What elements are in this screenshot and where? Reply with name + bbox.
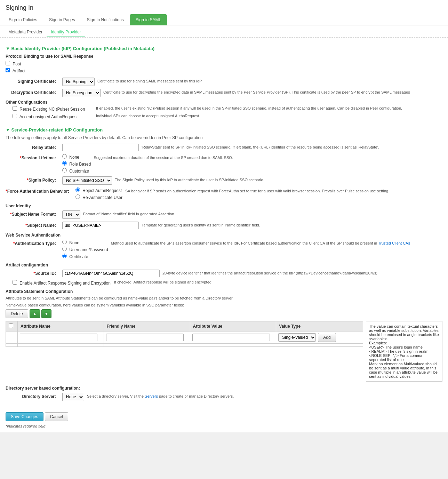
servers-link[interactable]: Servers [145,394,158,398]
move-down-button[interactable]: ▼ [41,309,52,318]
signing-cert-hint: Certificate to use for signing SAML mess… [97,78,442,83]
attr-name-input[interactable] [20,334,97,341]
session-lifetime-hint: Suggested maximum duration of the sessio… [94,154,442,160]
web-service-auth-title: Web Service Authentication [6,233,442,238]
force-auth-reauth-radio[interactable] [75,194,80,199]
relay-state-hint: 'RelayState' sent to SP in IdP-initiated… [142,144,442,149]
tab-identity-provider[interactable]: Identity Provider [47,27,85,37]
reuse-nc-hint: If enabled, the user's existing NC (Puls… [96,106,442,110]
attr-table-right-hint: The value can contain textual characters… [366,321,442,382]
signin-policy-select[interactable]: No SP-initiated SSO [62,176,112,185]
force-auth-reauth-label: Re-Authenticate User [82,195,122,200]
required-note: *indicates required field [6,424,442,428]
protocol-post-label: Post [13,62,21,66]
auth-type-cert-radio[interactable] [62,254,67,258]
directory-server-section: Directory server based configuration: Di… [6,386,442,401]
sub-tab-bar: Metadata Provider Identity Provider [0,25,448,38]
tab-signin-saml[interactable]: Sign-in SAML [130,14,167,25]
signin-policy-row: SignIn Policy: No SP-initiated SSO The S… [6,176,442,185]
trusted-client-cas-link[interactable]: Trusted Client CAs [378,241,410,245]
attr-col-friendly: Friendly Name [104,321,190,332]
tab-signin-pages[interactable]: Sign-in Pages [43,14,81,25]
attr-value-type-select[interactable]: Single-Valued Multi-Valued [278,333,316,342]
other-configs-title: Other Configurations [6,100,442,105]
source-id-label: Source ID: [6,270,59,276]
auth-type-cert-label: Certificate [69,254,88,259]
signing-cert-select[interactable]: No Signing [62,78,95,86]
session-none-radio[interactable] [62,154,67,159]
signing-cert-field: No Signing [62,78,95,86]
attr-row-name-cell [18,332,104,344]
tab-signin-policies[interactable]: Sign-in Policies [3,14,43,25]
subject-name-input[interactable]: uid=<USERNAME> [62,222,139,229]
accept-unsigned-hint: Individual SPs can choose to accept unsi… [96,114,442,118]
sp-section-header[interactable]: Service-Provider-related IdP Configurati… [6,127,442,133]
attr-col-value: Attribute Value [190,321,276,332]
protocol-artifact-checkbox[interactable] [6,68,10,72]
force-auth-hint: SA behavior if SP sends an authenticatio… [125,187,442,193]
attr-friendly-input[interactable] [106,334,184,341]
auth-type-hint: Method used to authenticate the SP's ass… [111,240,442,245]
accept-unsigned-checkbox[interactable] [13,114,17,118]
auth-type-none-radio[interactable] [62,240,67,244]
subject-name-format-row: Subject Name Format: DN Format of 'NameI… [6,210,442,219]
protocol-binding-label: Protocol Binding to use for SAML Respons… [6,54,442,59]
session-none-label: None [69,155,79,160]
reuse-nc-checkbox[interactable] [13,106,17,111]
protocol-binding-section: Protocol Binding to use for SAML Respons… [6,54,442,73]
subject-name-row: Subject Name: uid=<USERNAME> Template fo… [6,222,442,229]
force-auth-reject-radio[interactable] [75,187,80,192]
form-footer: Save Changes Cancel *indicates required … [0,408,448,432]
attr-table-wrapper: Attribute Name Friendly Name Attribute V… [6,321,363,347]
enable-artifact-signing-checkbox[interactable] [13,280,17,285]
accept-unsigned-label: Accept unsigned AuthnRequest [19,114,78,119]
session-rolebased-radio[interactable] [62,161,67,166]
session-lifetime-row: Session Lifetime: None Role Based Custom… [6,154,442,174]
auth-type-row: Authentication Type: None Username/Passw… [6,240,442,259]
session-rolebased-label: Role Based [69,162,91,167]
directory-server-select[interactable]: None [62,393,84,401]
signin-policy-label: SignIn Policy: [6,176,59,183]
source-id-input[interactable]: cLtP464AGNn4Om4GCAeknn1e52Q= [62,270,160,277]
decryption-cert-select[interactable]: No Encryption [62,89,101,97]
relay-state-input[interactable] [62,144,139,151]
enable-artifact-signing-label: Enable Artifact Response Signing and Enc… [19,281,111,286]
protocol-post-checkbox[interactable] [6,61,10,65]
attr-select-all-checkbox[interactable] [9,324,13,328]
session-customize-radio[interactable] [62,168,67,173]
attr-stmt-description: Attributes to be sent in SAML Attribute … [6,296,442,300]
sp-description: The following settings apply to all Serv… [6,135,442,140]
auth-type-userpass-radio[interactable] [62,247,67,251]
attr-row-checkbox-cell [6,332,18,344]
basic-idp-section-header[interactable]: Basic Identity Provider (IdP) Configurat… [6,46,442,51]
tab-metadata-provider[interactable]: Metadata Provider [4,27,47,37]
attr-empty-row [6,344,363,347]
accept-unsigned-row: Accept unsigned AuthnRequest Individual … [6,114,442,119]
subject-name-format-select[interactable]: DN [62,210,80,219]
add-attr-button[interactable]: Add [318,333,336,342]
artifact-config-title: Artifact configuration [6,263,442,268]
tab-signin-notifications[interactable]: Sign-in Notifications [81,14,130,25]
session-lifetime-label: Session Lifetime: [6,154,59,160]
decryption-cert-label: Decryption Certificate: [6,89,59,95]
decryption-cert-field: No Encryption [62,89,101,97]
reuse-nc-row: Reuse Existing NC (Pulse) Session If ena… [6,106,442,112]
move-up-button[interactable]: ▲ [30,309,40,318]
attr-table-btn-group: Delete ▲ ▼ [6,309,442,318]
attr-stmt-title: Attribute Statement Configuration [6,289,442,294]
attr-value-input[interactable] [192,334,270,341]
subject-name-hint: Template for generating user's identity … [142,222,442,227]
decryption-cert-row: Decryption Certificate: No Encryption Ce… [6,89,442,97]
enable-artifact-signing-row: Enable Artifact Response Signing and Enc… [6,280,442,286]
auth-type-label: Authentication Type: [6,240,59,246]
save-changes-button[interactable]: Save Changes [6,412,43,421]
attr-stmt-name-value-desc: Name-Value based configuration, here val… [6,303,442,307]
cancel-button[interactable]: Cancel [45,412,68,421]
delete-button[interactable]: Delete [6,309,28,318]
force-auth-options: Reject AuthnRequest Re-Authenticate User [75,187,122,200]
page-title: Signing In [6,4,442,11]
directory-server-title: Directory server based configuration: [6,386,442,391]
user-identity-title: User Identity [6,203,442,208]
auth-type-options: None Username/Password Certificate [62,240,108,259]
subject-name-label: Subject Name: [6,222,59,228]
